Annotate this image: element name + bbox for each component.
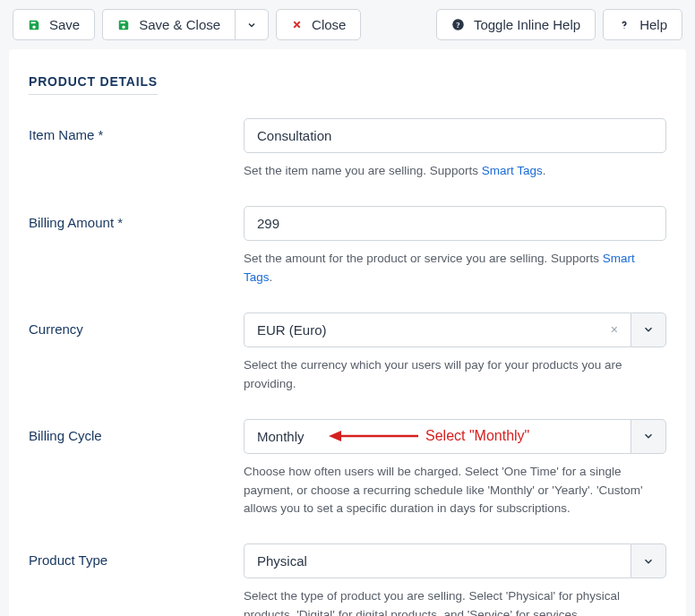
item-name-label: Item Name * [29, 118, 244, 181]
item-name-input[interactable] [244, 118, 666, 153]
field-billing-cycle: Billing Cycle Monthly Select "Monthly" [29, 419, 666, 519]
annotation-arrow: Select "Monthly" [329, 427, 529, 445]
chevron-down-icon [642, 555, 655, 568]
save-icon [28, 19, 40, 31]
close-button[interactable]: Close [276, 9, 361, 40]
billing-cycle-dropdown-toggle[interactable] [631, 419, 666, 454]
product-type-help: Select the type of product you are selli… [244, 587, 666, 616]
toggle-help-button[interactable]: ? Toggle Inline Help [436, 9, 596, 40]
currency-label: Currency [29, 312, 244, 394]
billing-amount-input[interactable] [244, 206, 666, 241]
svg-text:?: ? [456, 21, 459, 30]
field-product-type: Product Type Physical Select the type of… [29, 543, 666, 616]
currency-help: Select the currency which your users wil… [244, 356, 666, 394]
section-title: PRODUCT DETAILS [29, 74, 158, 95]
currency-select[interactable]: EUR (Euro) × [244, 312, 666, 347]
help-button[interactable]: Help [603, 9, 682, 40]
billing-cycle-value: Monthly [257, 429, 305, 444]
item-name-help: Set the item name you are selling. Suppo… [244, 162, 666, 181]
save-close-button[interactable]: Save & Close [102, 9, 235, 40]
product-type-label: Product Type [29, 543, 244, 616]
close-label: Close [312, 17, 346, 32]
currency-dropdown-toggle[interactable] [631, 312, 666, 347]
product-type-dropdown-toggle[interactable] [631, 543, 666, 578]
svg-point-4 [624, 27, 625, 28]
product-type-select[interactable]: Physical [244, 543, 666, 578]
close-icon [291, 19, 303, 30]
toggle-help-label: Toggle Inline Help [474, 17, 580, 32]
save-icon [117, 19, 130, 31]
save-close-dropdown-button[interactable] [235, 9, 269, 40]
product-type-value: Physical [257, 553, 307, 569]
field-item-name: Item Name * Set the item name you are se… [29, 118, 666, 181]
billing-amount-label: Billing Amount * [29, 206, 244, 287]
save-button[interactable]: Save [13, 9, 95, 40]
product-details-panel: PRODUCT DETAILS Item Name * Set the item… [9, 49, 686, 616]
svg-marker-6 [329, 431, 341, 441]
field-billing-amount: Billing Amount * Set the amount for the … [29, 206, 666, 287]
billing-cycle-help: Choose how often users will be charged. … [244, 463, 666, 519]
billing-amount-help: Set the amount for the product or servic… [244, 250, 666, 287]
help-label: Help [639, 17, 667, 32]
toolbar: Save Save & Close Close ? Toggle Inline … [0, 0, 695, 49]
smart-tags-link[interactable]: Smart Tags [482, 164, 543, 177]
help-icon [618, 19, 631, 31]
info-icon: ? [451, 18, 465, 31]
save-close-group: Save & Close [102, 9, 269, 40]
field-currency: Currency EUR (Euro) × Select the currenc… [29, 312, 666, 394]
chevron-down-icon [246, 20, 257, 30]
annotation-text: Select "Monthly" [425, 428, 529, 444]
chevron-down-icon [642, 430, 655, 442]
save-close-label: Save & Close [139, 17, 220, 32]
billing-cycle-select[interactable]: Monthly Select "Monthly" [244, 419, 666, 454]
chevron-down-icon [642, 323, 655, 336]
billing-cycle-label: Billing Cycle [29, 419, 244, 519]
clear-icon[interactable]: × [611, 322, 618, 337]
currency-value: EUR (Euro) [257, 322, 327, 338]
save-label: Save [49, 17, 80, 32]
